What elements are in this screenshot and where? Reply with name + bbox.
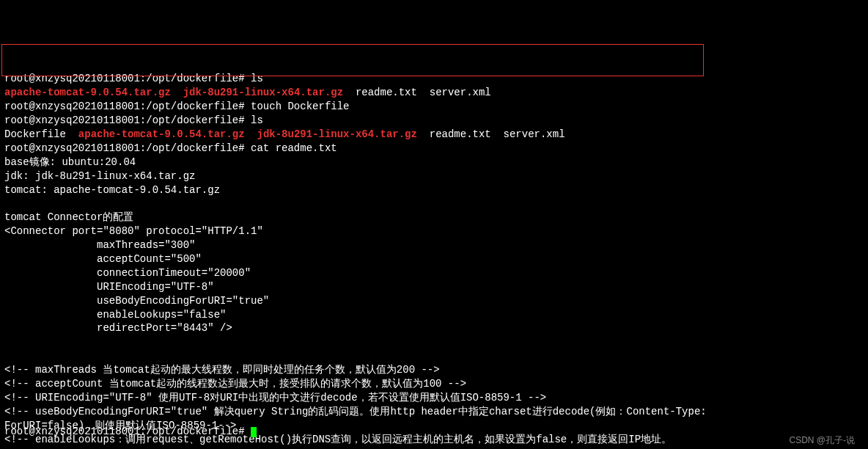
file: Dockerfile — [4, 128, 66, 140]
file-archive: jdk-8u291-linux-x64.tar.gz — [183, 87, 343, 98]
command: cat readme.txt — [251, 142, 337, 154]
output-line: <!-- acceptCount 当tomcat起动的线程数达到最大时，接受排队… — [4, 378, 466, 390]
output-line: enableLookups="false" — [4, 309, 226, 321]
terminal-output[interactable]: root@xnzysq20210118001:/opt/dockerfile# … — [4, 59, 864, 447]
current-prompt-line[interactable]: root@xnzysq20210118001:/opt/dockerfile# — [4, 425, 257, 439]
output-line: tomcat: apache-tomcat-9.0.54.tar.gz — [4, 184, 220, 196]
output-line: <Connector port="8080" protocol="HTTP/1.… — [4, 225, 263, 237]
command: ls — [251, 73, 263, 84]
cursor-icon — [251, 427, 257, 437]
output-line: URIEncoding="UTF-8" — [4, 281, 214, 293]
file: readme.txt — [356, 87, 417, 98]
file: server.xml — [430, 87, 491, 98]
file: readme.txt — [430, 128, 491, 140]
prompt: root@xnzysq20210118001:/opt/dockerfile# — [4, 142, 245, 154]
output-line: tomcat Connector的配置 — [4, 211, 133, 223]
file-archive: apache-tomcat-9.0.54.tar.gz — [78, 128, 245, 140]
prompt: root@xnzysq20210118001:/opt/dockerfile# — [4, 426, 245, 437]
output-line: <!-- useBodyEncodingForURI="true" 解决quer… — [4, 406, 707, 417]
output-line: redirectPort="8443" /> — [4, 322, 232, 334]
command: touch Dockerfile — [251, 101, 349, 112]
output-line: acceptCount="500" — [4, 253, 202, 265]
prompt: root@xnzysq20210118001:/opt/dockerfile# — [4, 73, 245, 84]
output-line: base镜像: ubuntu:20.04 — [4, 156, 136, 168]
prompt: root@xnzysq20210118001:/opt/dockerfile# — [4, 101, 245, 112]
output-line: maxThreads="300" — [4, 239, 195, 251]
watermark: CSDN @孔子-说 — [789, 434, 855, 446]
output-line: useBodyEncodingForURI="true" — [4, 295, 269, 307]
output-line: connectionTimeout="20000" — [4, 267, 251, 279]
file-archive: jdk-8u291-linux-x64.tar.gz — [257, 128, 416, 140]
output-line: <!-- URIEncoding="UTF-8" 使用UTF-8对URI中出现的… — [4, 392, 546, 404]
file: server.xml — [504, 128, 565, 140]
output-line: <!-- maxThreads 当tomcat起动的最大线程数，即同时处理的任务… — [4, 364, 440, 376]
prompt: root@xnzysq20210118001:/opt/dockerfile# — [4, 114, 245, 126]
command: ls — [251, 114, 263, 126]
output-line: jdk: jdk-8u291-linux-x64.tar.gz — [4, 170, 195, 182]
file-archive: apache-tomcat-9.0.54.tar.gz — [4, 87, 171, 98]
